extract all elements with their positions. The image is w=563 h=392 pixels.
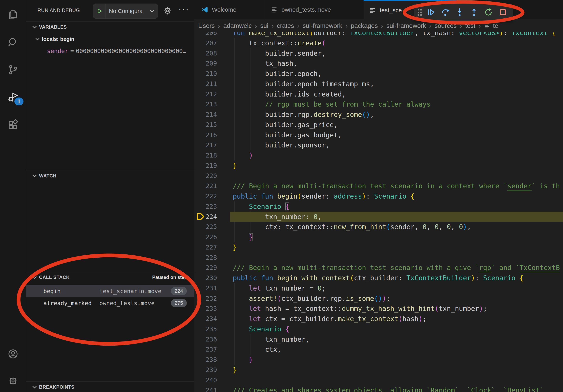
stop-button[interactable] [496,6,509,18]
code-line[interactable]: 217 builder.sponsor, [194,140,563,150]
drag-handle-icon[interactable] [417,7,423,17]
code-line[interactable]: 235 Scenario { [194,324,563,334]
line-number: 241 [194,385,217,392]
code-line[interactable]: 234 let ctx = ctx_builder.make_tx_contex… [194,314,563,324]
breadcrumb-file-item[interactable]: te [484,22,498,29]
breadcrumb-item[interactable]: packages [351,22,378,29]
code-line[interactable]: 214 builder.rgp.destroy_some(), [194,109,563,120]
code-line[interactable]: 208 builder.sender, [194,48,563,58]
line-number: 222 [194,191,217,201]
line-text: ctx: tx_context::new_from_hint(sender, 0… [233,222,471,232]
code-line[interactable]: 232 assert!(ctx_builder.rgp.is_some()); [194,293,563,304]
breadcrumb-item[interactable]: crates [277,22,294,29]
search-icon[interactable] [0,32,26,53]
code-line[interactable]: 222public fun begin(sender: address): Sc… [194,191,563,201]
line-text: // rgp must be set from the caller alway… [233,99,431,109]
debug-settings-gear-icon[interactable] [163,6,172,16]
step-out-button[interactable] [467,6,481,18]
code-line[interactable]: 230public fun begin_with_context(ctx_bui… [194,273,563,283]
breadcrumb-item[interactable]: sui-framework [386,22,426,29]
line-text: builder.rgp.destroy_some(), [233,109,374,120]
code-line[interactable]: 240 [194,375,563,385]
line-number: 211 [194,79,217,89]
start-debug-icon[interactable] [93,4,106,18]
move-file-icon [369,7,376,14]
code-line[interactable]: 216 builder.gas_budget, [194,130,563,140]
code-line[interactable]: 241/// Creates and shares system objects… [194,385,563,392]
code-line[interactable]: 213 // rgp must be set from the caller a… [194,99,563,109]
code-line[interactable]: 221/// Begin a new multi-transaction tes… [194,181,563,191]
breakpoints-section-header[interactable]: BREAKPOINTS [26,381,194,392]
code-line[interactable]: 209 tx_hash, [194,58,563,68]
line-text: let ctx = ctx_builder.make_tx_context(ha… [233,314,427,324]
settings-gear-icon[interactable] [0,370,26,392]
tab-label: test_sce [380,7,402,14]
breadcrumb-item[interactable]: Users [198,22,215,29]
step-into-button[interactable] [453,6,466,18]
code-line[interactable]: 220 [194,171,563,181]
line-number: 238 [194,354,217,365]
code-line[interactable]: 228 [194,252,563,263]
run-and-debug-icon[interactable]: 1 [0,86,26,108]
breadcrumb-item[interactable]: adamwelc [223,22,252,29]
tab-welcome[interactable]: Welcome [196,0,265,19]
code-line[interactable]: 227} [194,242,563,252]
explorer-icon[interactable] [0,4,26,26]
code-line[interactable]: 231 let txn_number = 0; [194,283,563,293]
code-line[interactable]: 238 } [194,354,563,365]
line-text: txn_number, [233,334,309,344]
code-line[interactable]: 207 tx_context::create( [194,38,563,48]
tab-label: Welcome [212,6,236,13]
code-line[interactable]: 223 Scenario { [194,201,563,212]
breadcrumb-separator: › [218,22,220,30]
line-text: builder.epoch_timestamp_ms, [233,79,374,89]
variable-name: sender [47,48,68,54]
scope-row[interactable]: locals: begin [26,34,194,45]
code-line[interactable]: 210 builder.epoch, [194,68,563,79]
code-line[interactable]: 212 builder.ids_created, [194,89,563,99]
line-number: 217 [194,140,217,150]
step-over-button[interactable] [438,6,452,18]
code-line[interactable]: 219} [194,160,563,171]
variable-row[interactable]: sender = 000000000000000000000000000000… [26,45,194,56]
code-line[interactable]: 224 txn_number: 0, [194,212,563,222]
continue-icon [426,8,435,17]
code-line[interactable]: 225 ctx: tx_context::new_from_hint(sende… [194,222,563,232]
line-number: 230 [194,273,217,283]
scope-label: locals: begin [42,36,74,42]
code-line[interactable]: 211 builder.epoch_timestamp_ms, [194,79,563,89]
watch-section-header[interactable]: WATCH [26,170,194,181]
code-line[interactable]: 215 builder.gas_price, [194,120,563,130]
continue-button[interactable] [424,6,437,18]
more-actions-icon[interactable]: ··· [178,3,189,14]
breadcrumb-item[interactable]: sui [260,22,268,29]
config-dropdown-label[interactable]: No Configura [106,8,149,14]
code-line[interactable]: 239} [194,365,563,375]
call-stack-section-header[interactable]: CALL STACK Paused on step [26,272,194,283]
code-area[interactable]: 206fun make_tx_context(builder: TxContex… [194,0,563,392]
variables-section-label: VARIABLES [39,24,67,30]
chevron-down-icon[interactable] [149,8,158,14]
launch-config-control[interactable]: No Configura [93,3,158,19]
extensions-icon[interactable] [0,114,26,136]
call-stack-frame[interactable]: begintest_scenario.move224 [26,285,194,297]
breadcrumb-item[interactable]: sui-framework [303,22,342,29]
breadcrumb-item[interactable]: sources [435,22,457,29]
source-control-icon[interactable] [0,59,26,80]
code-line[interactable]: 237 ctx, [194,344,563,354]
restart-button[interactable] [482,6,495,18]
accounts-icon[interactable] [0,343,26,365]
code-line[interactable]: 218 ) [194,150,563,160]
code-line[interactable]: 229/// Begin a new multi-transaction tes… [194,262,563,273]
line-text: /// Begin a new multi-transaction test s… [233,262,560,273]
code-line[interactable]: 226 } [194,232,563,242]
code-line[interactable]: 233 let hash = tx_context::dummy_tx_hash… [194,303,563,314]
variables-section-header[interactable]: VARIABLES [26,21,194,32]
tab-owned-tests[interactable]: owned_tests.move [265,0,360,19]
code-line[interactable]: 236 txn_number, [194,334,563,344]
line-text: /// Begin a new multi-transaction test s… [233,181,560,191]
call-stack-frame[interactable]: already_markedowned_tests.move275 [26,297,194,309]
breadcrumb-item[interactable]: test [465,22,475,29]
restart-icon [484,8,493,17]
chevron-down-icon [32,173,38,179]
